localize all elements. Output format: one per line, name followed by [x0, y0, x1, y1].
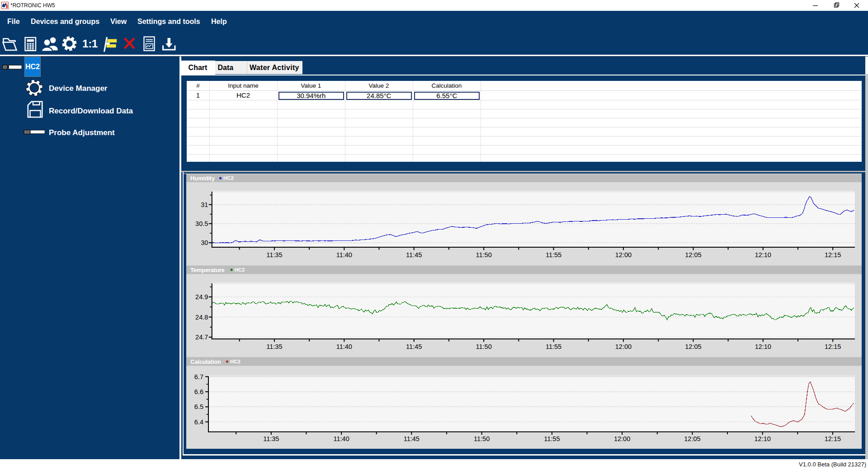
- svg-text:HC2: HC2: [223, 175, 234, 181]
- svg-text:24.7: 24.7: [195, 334, 208, 341]
- svg-text:11:35: 11:35: [266, 251, 282, 258]
- svg-text:12:05: 12:05: [684, 435, 700, 442]
- svg-text:12:15: 12:15: [825, 435, 841, 442]
- svg-text:11:40: 11:40: [336, 343, 352, 350]
- svg-text:11:45: 11:45: [404, 435, 420, 442]
- svg-text:12:15: 12:15: [825, 251, 841, 258]
- svg-text:24.8: 24.8: [195, 314, 208, 321]
- svg-text:11:40: 11:40: [336, 251, 352, 258]
- svg-text:11:50: 11:50: [476, 251, 491, 258]
- svg-text:6.6: 6.6: [194, 388, 203, 395]
- svg-text:12:00: 12:00: [614, 435, 630, 442]
- svg-text:12:05: 12:05: [685, 251, 701, 258]
- svg-text:12:10: 12:10: [755, 435, 771, 442]
- svg-text:12:10: 12:10: [755, 343, 771, 350]
- svg-text:11:50: 11:50: [474, 435, 490, 442]
- svg-text:24.9: 24.9: [195, 293, 208, 301]
- svg-text:11:55: 11:55: [546, 343, 561, 350]
- svg-text:6.5: 6.5: [194, 403, 203, 410]
- svg-text:11:35: 11:35: [266, 343, 282, 350]
- svg-text:11:55: 11:55: [544, 435, 560, 442]
- svg-text:1:1: 1:1: [82, 38, 98, 50]
- svg-text:11:55: 11:55: [546, 251, 561, 258]
- svg-text:12:15: 12:15: [825, 343, 841, 350]
- svg-text:Temperature: Temperature: [190, 267, 225, 273]
- svg-text:31: 31: [201, 201, 208, 208]
- svg-text:11:35: 11:35: [263, 435, 279, 442]
- svg-text:Calculation: Calculation: [190, 358, 221, 365]
- svg-text:11:45: 11:45: [406, 343, 422, 350]
- svg-text:HC2: HC2: [235, 267, 245, 273]
- svg-text:6.4: 6.4: [194, 418, 203, 426]
- svg-text:11:40: 11:40: [333, 435, 349, 442]
- svg-text:HC2: HC2: [230, 359, 241, 364]
- svg-text:12:00: 12:00: [615, 343, 632, 350]
- svg-text:30.5: 30.5: [195, 220, 208, 227]
- svg-text:6.7: 6.7: [194, 373, 203, 381]
- svg-text:11:50: 11:50: [476, 343, 491, 350]
- svg-text:12:05: 12:05: [685, 343, 701, 350]
- svg-text:12:10: 12:10: [755, 251, 771, 258]
- svg-text:Humidity: Humidity: [190, 175, 215, 182]
- svg-text:11:45: 11:45: [406, 251, 422, 258]
- svg-text:30: 30: [201, 239, 208, 246]
- svg-text:12:00: 12:00: [615, 251, 632, 258]
